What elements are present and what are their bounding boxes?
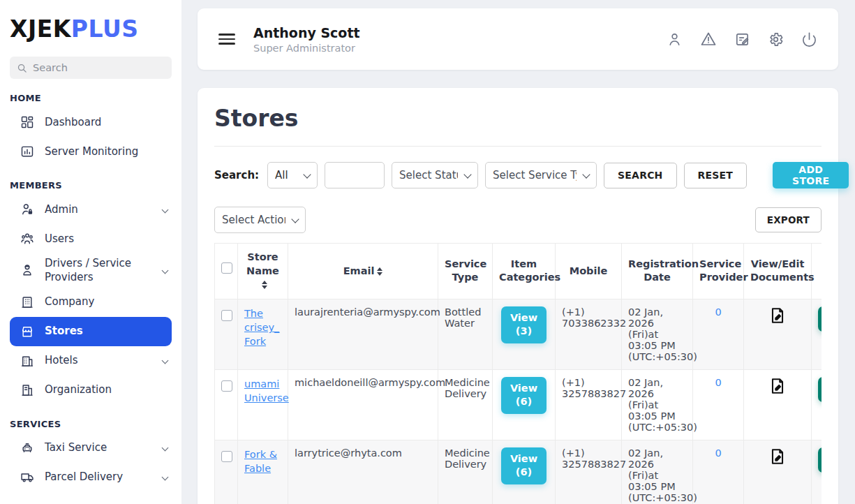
store-name-link[interactable]: Fork & Fable	[244, 449, 277, 474]
add-store-button[interactable]: ADD STORE	[773, 162, 849, 188]
sidebar-section-services: SERVICES	[0, 405, 181, 433]
col-service-provider: Service Provider	[693, 244, 744, 299]
row-action-button[interactable]	[818, 306, 821, 332]
sidebar-item-drivers-service-providers[interactable]: Drivers / Service Providers	[0, 253, 181, 288]
alerts-icon[interactable]	[700, 31, 717, 47]
truck-icon	[20, 470, 34, 484]
sort-icon[interactable]	[262, 281, 267, 289]
service-provider-link[interactable]: 0	[715, 306, 721, 318]
action-row: Select Action EXPORT	[214, 207, 821, 233]
search-button[interactable]: SEARCH	[604, 163, 676, 188]
sidebar-item-label: Hotels	[45, 353, 152, 367]
search-scope-select[interactable]: All	[267, 162, 318, 188]
view-categories-button[interactable]: View(6)	[501, 377, 547, 414]
sort-icon[interactable]	[377, 267, 382, 276]
sidebar: XJEKPLUS HOME Dashboard Server Monitorin…	[0, 0, 181, 504]
stores-table-wrap: Store Name Email Service Type Item Categ…	[214, 243, 821, 504]
sidebar-item-label: Server Monitoring	[45, 144, 172, 158]
brand-logo: XJEKPLUS	[0, 14, 181, 43]
sidebar-item-label: Parcel Delivery	[45, 470, 152, 484]
sidebar-item-label: Stores	[45, 324, 162, 338]
filter-row: Search: All Select Status Select Service…	[214, 162, 821, 188]
sidebar-item-users[interactable]: Users	[0, 224, 181, 253]
search-keyword-input[interactable]	[325, 162, 385, 188]
organization-icon	[20, 383, 34, 397]
sidebar-search-input[interactable]	[33, 62, 165, 73]
sidebar-item-hotels[interactable]: Hotels	[0, 346, 181, 376]
table-row: umami Universe michaeldoneill@armyspy.co…	[215, 369, 822, 440]
profile-icon[interactable]	[667, 31, 683, 47]
sidebar-item-admin[interactable]: Admin	[0, 195, 181, 224]
users-icon	[20, 232, 34, 246]
sidebar-item-taxi-service[interactable]: Taxi Service	[0, 433, 181, 463]
table-header-row: Store Name Email Service Type Item Categ…	[215, 244, 822, 299]
col-documents: View/Edit Documents	[744, 244, 812, 299]
store-service-type: Bottled Water	[438, 299, 493, 369]
service-provider-link[interactable]: 0	[715, 447, 721, 459]
edit-documents-icon[interactable]	[768, 306, 787, 327]
store-email: michaeldoneill@armyspy.com	[288, 369, 438, 440]
status-select[interactable]: Select Status	[392, 162, 478, 188]
view-categories-button[interactable]: View(6)	[501, 447, 547, 484]
top-icons	[667, 31, 817, 47]
hotel-icon	[20, 354, 34, 368]
stores-table: Store Name Email Service Type Item Categ…	[214, 243, 821, 504]
sidebar-item-organization[interactable]: Organization	[0, 376, 181, 405]
store-service-type: Medicine Delivery	[438, 440, 493, 504]
service-type-select[interactable]: Select Service Type	[485, 162, 597, 188]
sidebar-section-home: HOME	[0, 79, 181, 108]
sidebar-item-company[interactable]: Company	[0, 288, 181, 317]
top-bar: Anthony Scott Super Administrator	[198, 8, 838, 70]
server-monitoring-icon	[20, 144, 34, 158]
admin-icon	[20, 202, 34, 216]
row-checkbox[interactable]	[221, 310, 232, 321]
sidebar-item-label: Company	[45, 295, 172, 309]
service-provider-link[interactable]: 0	[715, 377, 721, 388]
store-email: larrytrice@rhyta.com	[288, 440, 438, 504]
edit-documents-icon[interactable]	[768, 377, 787, 397]
sidebar-search[interactable]	[10, 57, 172, 79]
col-mobile: Mobile	[556, 244, 622, 299]
export-button[interactable]: EXPORT	[755, 207, 821, 232]
col-service-type: Service Type	[438, 244, 493, 299]
sidebar-item-label: Organization	[45, 383, 172, 396]
sidebar-item-dashboard[interactable]: Dashboard	[0, 108, 181, 137]
chevron-down-icon	[162, 206, 169, 213]
sidebar-item-stores[interactable]: Stores	[10, 317, 172, 346]
sidebar-section-members: MEMBERS	[0, 166, 181, 195]
row-checkbox[interactable]	[221, 380, 232, 392]
view-categories-button[interactable]: View(3)	[501, 306, 547, 343]
menu-toggle-icon[interactable]	[218, 31, 235, 47]
sidebar-item-label: Drivers / Service Providers	[45, 256, 152, 285]
chevron-down-icon	[162, 357, 169, 364]
user-name: Anthony Scott	[253, 25, 360, 40]
edit-documents-icon[interactable]	[768, 447, 787, 468]
col-email[interactable]: Email	[288, 244, 438, 299]
settings-gear-icon[interactable]	[768, 31, 784, 47]
row-action-button[interactable]	[818, 447, 821, 473]
sidebar-item-label: Dashboard	[45, 115, 172, 129]
user-role: Super Administrator	[253, 43, 360, 54]
requests-icon[interactable]	[734, 31, 750, 47]
store-registration-date: 02 Jan, 2026 (Fri)at 03:05 PM (UTC:+05:3…	[622, 369, 693, 440]
select-all-checkbox[interactable]	[221, 262, 232, 274]
col-store-name[interactable]: Store Name	[238, 244, 288, 299]
reset-button[interactable]: RESET	[684, 163, 748, 188]
page-title: Stores	[214, 105, 821, 147]
logout-power-icon[interactable]	[801, 31, 817, 47]
row-checkbox[interactable]	[221, 451, 232, 462]
driver-icon	[20, 263, 34, 277]
row-action-button[interactable]	[818, 377, 821, 402]
sidebar-item-server-monitoring[interactable]: Server Monitoring	[0, 137, 181, 166]
sidebar-item-label: Users	[45, 232, 172, 246]
brand-logo-accent: PLUS	[71, 15, 139, 43]
table-row: The crisey_ Fork laurajrenteria@armyspy.…	[215, 299, 822, 369]
store-mobile: (+1) 7033862332	[556, 299, 622, 369]
search-icon	[17, 63, 27, 73]
sidebar-item-label: Taxi Service	[45, 440, 152, 454]
sidebar-item-parcel-delivery[interactable]: Parcel Delivery	[0, 463, 181, 492]
store-mobile: (+1) 3257883827	[556, 369, 622, 440]
store-name-link[interactable]: umami Universe	[244, 378, 289, 403]
store-name-link[interactable]: The crisey_ Fork	[244, 308, 279, 348]
bulk-action-select[interactable]: Select Action	[214, 207, 306, 233]
